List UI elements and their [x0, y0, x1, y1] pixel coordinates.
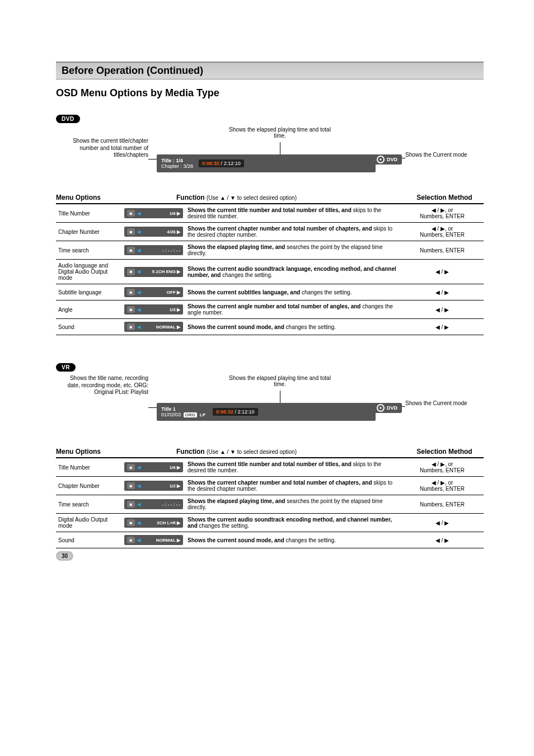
row-label: Chapter Number	[56, 223, 122, 241]
left-arrow-icon: ◀	[137, 325, 140, 330]
section-vr: VR Shows the title name, recording date,…	[56, 363, 484, 548]
row-pill-cell: ■◀5.1CH ENG ▶	[122, 260, 185, 284]
left-arrow-icon: ◀	[137, 465, 140, 470]
row-label: Title Number	[56, 204, 122, 223]
table-header-dvd: Menu Options Function (Use ▲ / ▼ to sele…	[56, 194, 484, 204]
pill-value: 4/26 ▶	[143, 229, 180, 234]
leader-top-vr: Shows the elapsed playing time and total…	[224, 375, 336, 387]
pb-line1-label: Title	[161, 158, 171, 163]
th-function-note: (Use ▲ / ▼ to select desired option)	[207, 195, 297, 201]
mode-text: DVD	[387, 157, 397, 162]
row-selection: ◀ / ▶	[401, 319, 484, 335]
mode-indicator-vr: DVD ▶	[372, 403, 402, 420]
pb-line2-val: : 3/28	[181, 163, 194, 169]
table-row: Digital Audio Output mode■◀2CH L+R ▶Show…	[56, 514, 484, 532]
leader-right-dvd: Shows the Current mode	[405, 152, 484, 158]
option-pill: ■◀1/6 ▶	[124, 462, 183, 472]
row-label: Audio language and Digital Audio Output …	[56, 260, 122, 284]
row-pill-cell: ■◀1/3 ▶	[122, 300, 185, 319]
dvd-diagram: Shows the current title/chapter number a…	[56, 126, 484, 194]
table-row: Title Number■◀1/6 ▶Shows the current tit…	[56, 458, 484, 477]
row-selection: ◀ / ▶	[401, 284, 484, 300]
page-title: Before Operation (Continued)	[62, 65, 203, 76]
row-selection: ◀ / ▶, orNumbers, ENTER	[401, 458, 484, 477]
table-row: Chapter Number■◀1/2 ▶Shows the current c…	[56, 477, 484, 495]
row-function: Shows the current audio soundtrack encod…	[185, 514, 401, 532]
pb-vr-line1: Title 1	[161, 406, 176, 412]
pill-icon: ■	[127, 519, 135, 526]
pill-icon: ■	[127, 464, 135, 471]
th-function-note-vr: (Use ▲ / ▼ to select desired option)	[207, 449, 297, 455]
leader-right-vr: Shows the Current mode	[405, 400, 484, 406]
row-function: Shows the current sound mode, and change…	[185, 532, 401, 548]
left-arrow-icon: ◀	[137, 211, 140, 216]
pill-icon: ■	[127, 482, 135, 489]
th-selection-vr: Selection Method	[405, 448, 484, 456]
pill-icon: ■	[127, 247, 135, 253]
vr-diagram: Shows the title name, recording date, re…	[56, 375, 484, 448]
pill-icon: ■	[127, 501, 135, 508]
leader-left-dvd: Shows the current title/chapter number a…	[56, 138, 148, 159]
row-function: Shows the current subtitles language, an…	[185, 284, 401, 300]
pill-icon: ■	[127, 323, 135, 330]
pill-value: - : - - : - -	[143, 248, 180, 253]
row-label: Title Number	[56, 458, 122, 477]
options-table-dvd: Title Number■◀1/6 ▶Shows the current tit…	[56, 204, 484, 335]
pill-icon: ■	[127, 289, 135, 295]
row-pill-cell: ■◀- : - - : - -	[122, 241, 185, 260]
playback-box-vr: Title 1 01/02/03 ORGLP 0:06:32 / 2:12:10	[157, 403, 376, 421]
option-pill: ■◀NORMAL ▶	[124, 322, 183, 332]
table-row: Subtitle language■◀OFF ▶Shows the curren…	[56, 284, 484, 300]
row-selection: Numbers, ENTER	[401, 241, 484, 260]
options-table-vr: Title Number■◀1/6 ▶Shows the current tit…	[56, 458, 484, 548]
left-arrow-icon: ◀	[137, 229, 140, 234]
table-row: Chapter Number■◀4/26 ▶Shows the current …	[56, 223, 484, 241]
option-pill: ■◀2CH L+R ▶	[124, 518, 183, 528]
time-sep-vr: /	[233, 409, 238, 415]
pill-value: 1/2 ▶	[143, 483, 180, 489]
option-pill: ■◀1/3 ▶	[124, 304, 183, 314]
left-arrow-icon: ◀	[137, 538, 140, 543]
row-selection: ◀ / ▶, orNumbers, ENTER	[401, 223, 484, 241]
table-row: Audio language and Digital Audio Output …	[56, 260, 484, 284]
option-pill: ■◀- : - - : - -	[124, 499, 183, 509]
pill-icon: ■	[127, 537, 135, 543]
disc-icon	[377, 404, 385, 412]
row-function: Shows the current chapter number and tot…	[185, 223, 401, 241]
lp-tag: LP	[198, 412, 207, 417]
pb-vr-line2: 01/02/03	[161, 412, 181, 417]
th-options: Menu Options	[56, 194, 176, 201]
pill-value: NORMAL ▶	[143, 538, 180, 543]
pill-value: OFF ▶	[143, 290, 180, 295]
row-selection: ◀ / ▶	[401, 300, 484, 319]
left-arrow-icon: ◀	[137, 307, 140, 312]
pill-value: NORMAL ▶	[143, 325, 180, 330]
table-row: Time search■◀- : - - : - -Shows the elap…	[56, 241, 484, 260]
table-header-vr: Menu Options Function (Use ▲ / ▼ to sele…	[56, 448, 484, 458]
row-label: Subtitle language	[56, 284, 122, 300]
table-row: Sound■◀NORMAL ▶Shows the current sound m…	[56, 532, 484, 548]
total-time-vr: 2:12:10	[238, 409, 255, 415]
mode-indicator-dvd: DVD ▶	[372, 154, 402, 171]
row-function: Shows the current sound mode, and change…	[185, 319, 401, 335]
left-arrow-icon: ◀	[137, 502, 140, 507]
option-pill: ■◀NORMAL ▶	[124, 535, 183, 545]
row-pill-cell: ■◀1/2 ▶	[122, 477, 185, 495]
pill-value: 5.1CH ENG ▶	[143, 269, 180, 274]
row-function: Shows the elapsed playing time, and sear…	[185, 495, 401, 514]
left-arrow-icon: ◀	[137, 269, 140, 274]
table-row: Time search■◀- : - - : - -Shows the elap…	[56, 495, 484, 514]
pb-line2-label: Chapter	[161, 163, 179, 169]
pill-icon: ■	[127, 228, 135, 235]
mode-text-vr: DVD	[387, 405, 397, 411]
vr-badge: VR	[56, 363, 76, 372]
th-function: Function	[176, 194, 205, 201]
play-icon: ▶	[385, 414, 390, 420]
row-pill-cell: ■◀1/6 ▶	[122, 458, 185, 477]
pill-value: 1/6 ▶	[143, 465, 180, 470]
pb-line1-val: : 1/4	[173, 158, 183, 163]
row-function: Shows the current title number and total…	[185, 204, 401, 223]
section-dvd: DVD Shows the current title/chapter numb…	[56, 115, 484, 335]
option-pill: ■◀1/6 ▶	[124, 208, 183, 218]
row-label: Chapter Number	[56, 477, 122, 495]
